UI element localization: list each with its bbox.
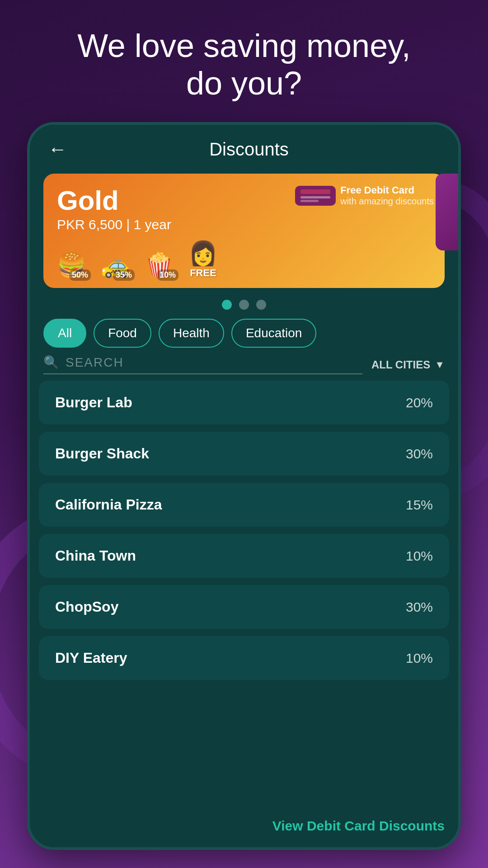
cities-label: ALL CITIES [371, 359, 430, 371]
free-label: FREE [190, 267, 216, 279]
debit-card-icon [295, 186, 336, 206]
tab-food[interactable]: Food [94, 319, 151, 348]
tab-education[interactable]: Education [231, 319, 317, 348]
item-name: Burger Shack [55, 445, 149, 462]
person-emoji: 👩 [188, 240, 218, 267]
item-name: DIY Eatery [55, 650, 127, 666]
tab-all[interactable]: All [43, 319, 86, 348]
bottom-bar: View Debit Card Discounts [30, 811, 458, 847]
debit-label: Free Debit Card [340, 184, 434, 196]
top-bar: ← Discounts [30, 125, 458, 169]
dot-1[interactable] [222, 300, 232, 310]
filter-tabs: All Food Health Education [30, 314, 458, 355]
banner-icon-car: 🚕 35% [101, 251, 130, 279]
search-row: 🔍 SEARCH ALL CITIES ▼ [30, 355, 458, 374]
banner-price: PKR 6,500 | 1 year [57, 217, 431, 232]
app-screen: ← Discounts Gold PKR 6,500 | 1 year Free… [30, 125, 458, 847]
list-item[interactable]: Burger Shack 30% [39, 432, 449, 476]
item-name: ChopSoy [55, 599, 118, 615]
promo-banner[interactable]: Gold PKR 6,500 | 1 year Free Debit Card … [43, 174, 445, 288]
chevron-down-icon: ▼ [435, 359, 445, 371]
headline-line1: We love saving money, [77, 28, 411, 64]
list-item[interactable]: ChopSoy 30% [39, 585, 449, 629]
item-discount: 20% [406, 395, 433, 410]
banner-container: Gold PKR 6,500 | 1 year Free Debit Card … [30, 169, 458, 292]
item-discount: 15% [406, 497, 433, 513]
headline-line2: do you? [186, 65, 302, 101]
banner-icon-popcorn: 🍿 10% [145, 251, 174, 279]
banner-right: Free Debit Card with amazing discounts [295, 184, 434, 207]
banner-debit-text: Free Debit Card with amazing discounts [340, 184, 434, 207]
banner-icon-person: 👩 FREE [188, 240, 218, 279]
dot-3[interactable] [256, 300, 266, 310]
headline: We love saving money, do you? [0, 0, 488, 125]
burger-pct: 50% [69, 269, 91, 281]
search-input[interactable]: SEARCH [66, 355, 124, 370]
view-debit-link[interactable]: View Debit Card Discounts [272, 818, 445, 833]
item-name: China Town [55, 547, 136, 564]
search-icon: 🔍 [43, 355, 59, 370]
back-button[interactable]: ← [48, 138, 67, 160]
debit-sub: with amazing discounts [340, 196, 434, 207]
cities-dropdown[interactable]: ALL CITIES ▼ [371, 359, 445, 371]
dot-2[interactable] [239, 300, 249, 310]
next-banner-peek [436, 174, 458, 250]
list-item[interactable]: DIY Eatery 10% [39, 636, 449, 680]
tab-health[interactable]: Health [159, 319, 224, 348]
list-item[interactable]: California Pizza 15% [39, 483, 449, 527]
item-discount: 10% [406, 548, 433, 564]
phone-mockup: ← Discounts Gold PKR 6,500 | 1 year Free… [27, 122, 461, 850]
car-pct: 35% [113, 269, 135, 281]
discount-list: Burger Lab 20% Burger Shack 30% Californ… [30, 381, 458, 811]
banner-icon-burger: 🍔 50% [57, 251, 86, 279]
item-name: Burger Lab [55, 394, 132, 411]
search-input-wrap: 🔍 SEARCH [43, 355, 362, 374]
item-name: California Pizza [55, 496, 162, 513]
carousel-dots [30, 300, 458, 310]
item-discount: 10% [406, 651, 433, 666]
popcorn-pct: 10% [157, 269, 178, 281]
screen-title: Discounts [76, 139, 422, 160]
item-discount: 30% [406, 599, 433, 615]
item-discount: 30% [406, 446, 433, 462]
list-item[interactable]: Burger Lab 20% [39, 381, 449, 425]
list-item[interactable]: China Town 10% [39, 534, 449, 578]
banner-icons: 🍔 50% 🚕 35% 🍿 10% 👩 FREE [57, 240, 431, 279]
